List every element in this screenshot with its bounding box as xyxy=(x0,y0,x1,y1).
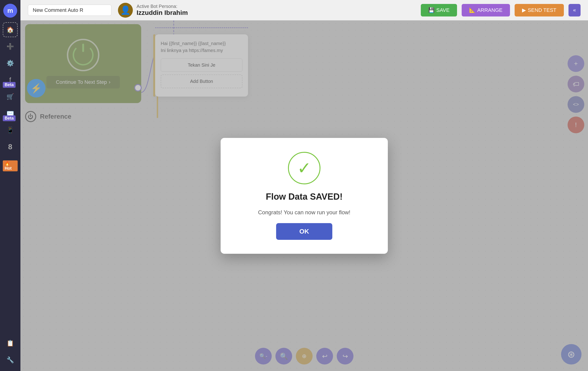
checkmark-icon: ✓ xyxy=(297,160,311,176)
shop-icon: 🛒 xyxy=(7,93,14,100)
success-modal: ✓ Flow Data SAVED! Congrats! You can now… xyxy=(220,138,388,254)
check-circle: ✓ xyxy=(288,152,320,184)
settings-icon: ⚙️ xyxy=(7,60,14,67)
mobile-icon: 📱 xyxy=(7,126,14,134)
persona-label: Active Bot Persona: xyxy=(136,4,188,9)
sidebar-item-facebook[interactable]: f Beta xyxy=(3,72,18,87)
sidebar-item-home[interactable]: 🏠 xyxy=(3,22,18,37)
sidebar-item-settings[interactable]: ⚙️ xyxy=(3,56,18,71)
send-test-button[interactable]: ▶ SEND TEST xyxy=(514,4,564,17)
collapse-button[interactable]: « xyxy=(568,4,581,17)
ok-button[interactable]: OK xyxy=(276,223,332,240)
tools-icon: 🔧 xyxy=(7,356,14,364)
sidebar-badge-beta: Beta xyxy=(3,82,16,88)
sidebar-item-add[interactable]: ➕ xyxy=(3,39,18,54)
canvas: Continue To Next Step › ⚡ Hai {{first_na… xyxy=(21,21,588,371)
save-icon: 💾 xyxy=(428,7,434,13)
sidebar-item-google[interactable]: G 🔥 Hot xyxy=(3,156,18,171)
sidebar-item-notes[interactable]: 📋 xyxy=(3,336,18,350)
sidebar-item-tools[interactable]: 🔧 xyxy=(3,352,18,367)
persona-name: Izzuddin Ibrahim xyxy=(136,9,188,17)
arrange-icon: 📐 xyxy=(469,7,475,13)
sidebar-item-mobile[interactable]: 📱 xyxy=(3,123,18,137)
sidebar-item-shop[interactable]: 🛒 xyxy=(3,89,18,104)
persona-details: Active Bot Persona: Izzuddin Ibrahim xyxy=(136,4,188,17)
modal-overlay: ✓ Flow Data SAVED! Congrats! You can now… xyxy=(21,21,588,371)
eight-icon: 8 xyxy=(8,143,12,151)
modal-subtitle: Congrats! You can now run your flow! xyxy=(258,209,350,216)
topbar: 👤 Active Bot Persona: Izzuddin Ibrahim 💾… xyxy=(21,0,588,21)
sidebar-badge-beta2: Beta xyxy=(3,115,16,121)
notes-icon: 📋 xyxy=(7,340,14,347)
app-logo[interactable]: m xyxy=(3,4,17,18)
flow-name-input[interactable] xyxy=(28,5,111,16)
sidebar-item-eight[interactable]: 8 xyxy=(3,139,18,154)
save-button[interactable]: 💾 SAVE xyxy=(421,4,457,17)
persona-info: 👤 Active Bot Persona: Izzuddin Ibrahim xyxy=(118,3,188,18)
arrange-button[interactable]: 📐 ARRANGE xyxy=(462,4,510,17)
home-icon: 🏠 xyxy=(7,26,14,33)
modal-title: Flow Data SAVED! xyxy=(266,192,343,202)
avatar: 👤 xyxy=(118,3,133,18)
sidebar-item-email[interactable]: ✉️ Beta xyxy=(3,106,18,121)
sidebar-badge-hot: 🔥 Hot xyxy=(3,160,18,171)
send-test-icon: ▶ xyxy=(522,7,526,13)
add-icon: ➕ xyxy=(7,43,14,50)
sidebar: m 🏠 ➕ ⚙️ f Beta 🛒 ✉️ Beta 📱 8 G 🔥 Hot 📋 … xyxy=(0,0,21,371)
